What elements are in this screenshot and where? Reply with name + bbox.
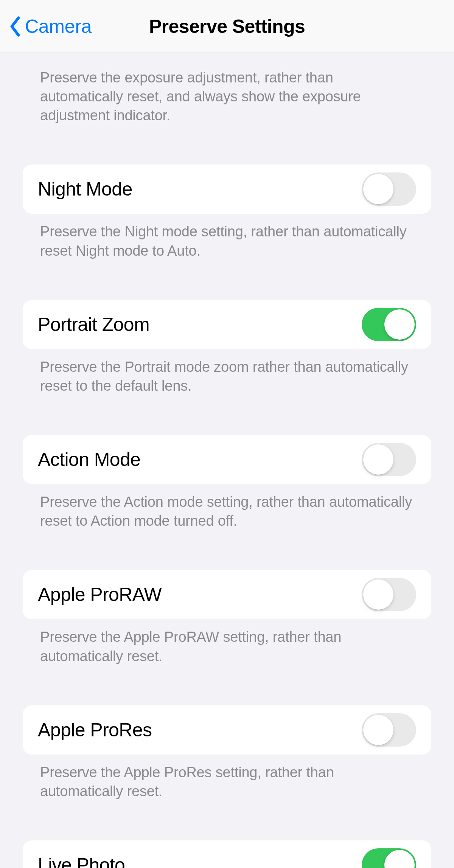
apple-prores-footer-note: Preserve the Apple ProRes setting, rathe… xyxy=(23,755,431,801)
toggle-night-mode[interactable] xyxy=(362,172,416,206)
cell-apple-proraw: Apple ProRAW xyxy=(23,570,431,619)
toggle-apple-proraw[interactable] xyxy=(362,578,416,611)
group-live-photo: Live Photo Preserve the Live Photo setti… xyxy=(23,840,431,868)
toggle-thumb xyxy=(363,715,393,745)
navigation-bar: Camera Preserve Settings xyxy=(0,0,454,53)
cell-portrait-zoom: Portrait Zoom xyxy=(23,300,431,349)
group-action-mode: Action Mode Preserve the Action mode set… xyxy=(23,435,431,530)
toggle-thumb xyxy=(384,850,415,868)
cell-action-mode: Action Mode xyxy=(23,435,431,484)
content-area: Preserve the exposure adjustment, rather… xyxy=(0,60,454,868)
toggle-action-mode[interactable] xyxy=(362,443,416,476)
toggle-thumb xyxy=(363,444,393,475)
cell-label: Portrait Zoom xyxy=(38,314,149,335)
chevron-left-icon xyxy=(9,16,21,37)
cell-label: Apple ProRes xyxy=(38,719,152,741)
toggle-thumb xyxy=(363,579,393,610)
cell-label: Night Mode xyxy=(38,178,132,200)
exposure-footer-note: Preserve the exposure adjustment, rather… xyxy=(23,60,431,125)
toggle-portrait-zoom[interactable] xyxy=(362,308,416,341)
group-night-mode: Night Mode Preserve the Night mode setti… xyxy=(23,165,431,260)
portrait-zoom-footer-note: Preserve the Portrait mode zoom rather t… xyxy=(23,349,431,395)
toggle-thumb xyxy=(384,309,415,340)
group-apple-proraw: Apple ProRAW Preserve the Apple ProRAW s… xyxy=(23,570,431,665)
cell-apple-prores: Apple ProRes xyxy=(23,705,431,755)
cell-label: Apple ProRAW xyxy=(38,584,162,606)
action-mode-footer-note: Preserve the Action mode setting, rather… xyxy=(23,484,431,530)
cell-night-mode: Night Mode xyxy=(23,165,431,214)
toggle-apple-prores[interactable] xyxy=(362,713,416,747)
apple-proraw-footer-note: Preserve the Apple ProRAW setting, rathe… xyxy=(23,619,431,665)
group-portrait-zoom: Portrait Zoom Preserve the Portrait mode… xyxy=(23,300,431,395)
group-apple-prores: Apple ProRes Preserve the Apple ProRes s… xyxy=(23,705,431,801)
cell-label: Live Photo xyxy=(38,854,125,868)
toggle-thumb xyxy=(363,174,393,204)
back-button[interactable]: Camera xyxy=(9,16,92,37)
settings-screen: Camera Preserve Settings Preserve the ex… xyxy=(0,0,454,868)
cell-live-photo: Live Photo xyxy=(23,840,431,868)
cell-label: Action Mode xyxy=(38,449,140,470)
toggle-live-photo[interactable] xyxy=(362,848,416,868)
back-label: Camera xyxy=(25,16,92,37)
night-mode-footer-note: Preserve the Night mode setting, rather … xyxy=(23,214,431,260)
